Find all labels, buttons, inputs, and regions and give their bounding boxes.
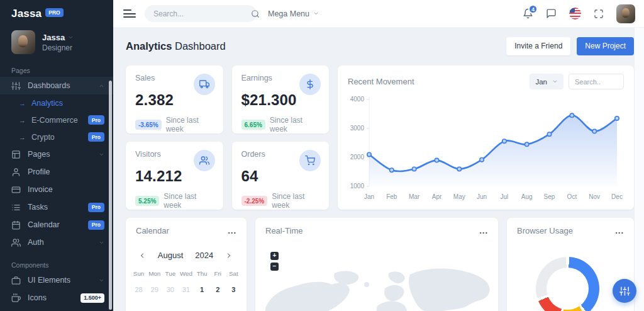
calendar-date[interactable]: 28 [131, 286, 147, 293]
sidebar-item-ecommerce[interactable]: → E-Commerce Pro [0, 111, 113, 128]
calendar-month[interactable]: August [158, 251, 183, 260]
calendar-date[interactable]: 29 [147, 286, 162, 293]
calendar-year[interactable]: 2024 [195, 251, 213, 260]
sidebar-item-analytics[interactable]: → Analytics [0, 94, 113, 111]
stat-note: Since last week [272, 192, 319, 210]
world-map[interactable]: + − [255, 243, 498, 311]
sidebar-item-crypto[interactable]: → Crypto Pro [0, 128, 113, 145]
user-avatar [11, 30, 35, 54]
logo-text: Jassa [11, 8, 42, 20]
calendar-date[interactable]: 2 [210, 286, 226, 293]
new-project-button[interactable]: New Project [577, 37, 634, 55]
svg-text:Feb: Feb [386, 193, 397, 200]
calendar-date[interactable]: 31 [178, 286, 194, 293]
notification-badge: 4 [528, 4, 538, 14]
chevron-down-icon [99, 240, 104, 246]
sidebar-item-label: Profile [28, 167, 104, 176]
coffee-icon [11, 293, 21, 303]
mega-menu-dropdown[interactable]: Mega Menu [268, 9, 319, 18]
delta-badge: 5.25% [135, 196, 159, 206]
fullscreen-button[interactable] [594, 9, 604, 19]
more-menu-button[interactable]: ... [615, 229, 624, 234]
pro-badge: Pro [88, 203, 104, 212]
next-month-button[interactable] [225, 252, 233, 259]
search-input[interactable] [153, 9, 251, 18]
calendar-date[interactable]: 30 [162, 286, 178, 293]
search-icon[interactable] [251, 9, 260, 18]
top-header: Mega Menu 4 [113, 0, 644, 28]
sidebar-item-label: Icons [28, 293, 74, 302]
day-name: Wed [178, 270, 194, 277]
calendar-date[interactable]: 3 [226, 286, 242, 293]
page-scrollbar-gutter[interactable] [634, 28, 644, 311]
calendar-card: Calendar ... August 2024 Sun Mon Tue Wed… [126, 218, 247, 311]
delta-badge: -3.65% [135, 120, 162, 130]
sidebar-item-profile[interactable]: Profile [0, 163, 113, 181]
messages-button[interactable] [546, 8, 557, 19]
sidebar-item-label: UI Elements [28, 276, 92, 285]
briefcase-icon [11, 276, 21, 285]
count-badge: 1.500+ [80, 293, 104, 303]
pro-badge: Pro [88, 115, 104, 125]
truck-icon [194, 74, 215, 95]
sidebar-item-icons[interactable]: Icons 1.500+ [0, 289, 113, 307]
calendar-date[interactable]: 1 [194, 286, 210, 293]
map-zoom-in-button[interactable]: + [270, 252, 279, 260]
menu-toggle-icon[interactable] [123, 9, 136, 18]
logo-pro-badge: PRO [45, 8, 63, 17]
layout-icon [11, 150, 21, 159]
month-select[interactable]: Jan [530, 74, 564, 89]
calendar-icon [11, 220, 21, 230]
chevron-down-icon [552, 79, 558, 84]
recent-movement-card: Recent Movement Jan 1000200030004000JanF… [338, 65, 634, 210]
day-name: Sat [226, 270, 242, 277]
chart-search-input[interactable] [569, 74, 624, 89]
svg-text:3000: 3000 [350, 125, 365, 132]
line-chart[interactable]: 1000200030004000JanFebMarAprMayJunJulAug… [341, 92, 628, 209]
pro-badge: Pro [88, 220, 104, 230]
maximize-icon [594, 9, 604, 19]
invite-friend-button[interactable]: Invite a Friend [506, 37, 570, 55]
card-title: Recent Movement [348, 77, 414, 86]
sidebar-item-auth[interactable]: Auth [0, 234, 113, 251]
svg-text:Sep: Sep [544, 193, 555, 200]
customizer-button[interactable] [613, 279, 636, 303]
stat-note: Since last week [166, 116, 214, 133]
notifications-button[interactable]: 4 [523, 8, 533, 19]
svg-text:Apr: Apr [432, 193, 442, 200]
prev-month-button[interactable] [138, 252, 146, 259]
visitors-card: Visitors 14.212 5.25% Since last week [126, 142, 223, 210]
sidebar-item-dashboards[interactable]: Dashboards [0, 77, 113, 94]
cart-icon [299, 150, 321, 171]
orders-card: Orders 64 -2.25% Since last week [232, 142, 330, 210]
realtime-card: Real-Time ... + − [255, 218, 498, 311]
sidebar-item-calendar[interactable]: Calendar Pro [0, 216, 113, 234]
svg-text:1000: 1000 [350, 183, 365, 189]
svg-text:Nov: Nov [589, 193, 600, 200]
chevron-up-icon [99, 83, 104, 89]
user-role: Designer [42, 43, 74, 52]
sidebar-item-invoice[interactable]: Invoice [0, 181, 113, 198]
header-avatar[interactable] [616, 4, 635, 23]
more-menu-button[interactable]: ... [479, 229, 488, 234]
more-menu-button[interactable]: ... [228, 229, 236, 234]
sidebar-user[interactable]: Jassa Designer [0, 23, 113, 60]
sidebar-item-ui-elements[interactable]: UI Elements [0, 271, 113, 289]
delta-badge: 6.65% [242, 120, 265, 130]
map-zoom-out-button[interactable]: − [270, 263, 279, 271]
logo[interactable]: Jassa PRO [0, 0, 113, 23]
svg-text:4000: 4000 [350, 96, 365, 103]
sidebar-item-tasks[interactable]: Tasks Pro [0, 198, 113, 216]
language-flag-icon[interactable] [569, 8, 581, 20]
day-name: Sun [131, 270, 147, 277]
header-search[interactable] [145, 5, 257, 22]
sidebar-scrollbar[interactable] [109, 81, 112, 310]
user-icon [11, 167, 21, 177]
svg-text:Jul: Jul [501, 193, 509, 200]
donut-chart[interactable] [536, 257, 599, 311]
day-name: Tue [162, 270, 178, 277]
sidebar-item-label: Dashboards [28, 81, 92, 90]
message-icon [546, 8, 557, 19]
main-content: Analytics Dashboard Invite a Friend New … [113, 28, 634, 311]
sidebar-item-pages[interactable]: Pages [0, 145, 113, 163]
